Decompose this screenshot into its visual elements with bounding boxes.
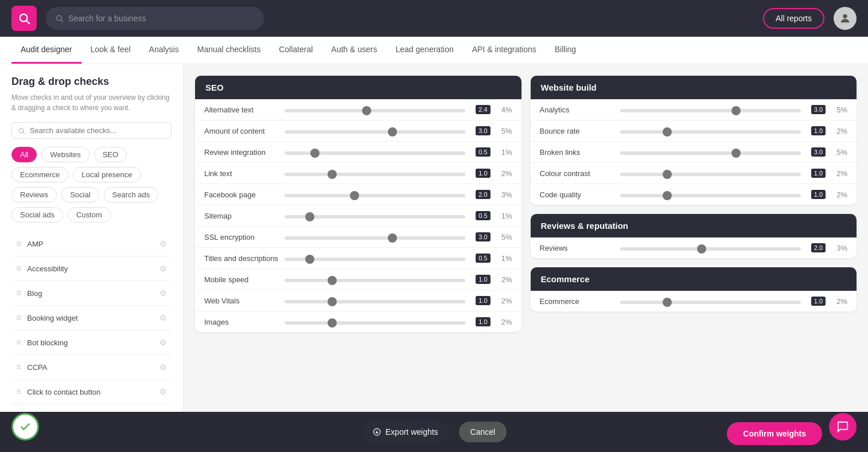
slider-input[interactable]: [620, 247, 801, 251]
metric-badge: 1.0: [476, 275, 490, 284]
slider-input[interactable]: [285, 236, 465, 240]
nav-item-auth-users[interactable]: Auth & users: [322, 37, 386, 64]
filter-social-ads[interactable]: Social ads: [11, 207, 63, 223]
list-item: ≡ Blog ⚙: [11, 281, 172, 306]
search-checks-container[interactable]: [11, 122, 172, 139]
slider-container[interactable]: [285, 232, 465, 241]
avatar[interactable]: [834, 7, 857, 30]
nav-item-api-integrations[interactable]: API & integrations: [463, 37, 546, 64]
nav-item-look-feel[interactable]: Look & feel: [81, 37, 140, 64]
slider-container[interactable]: [620, 190, 801, 199]
nav-item-audit-designer[interactable]: Audit designer: [11, 37, 81, 64]
drag-drop-title: Drag & drop checks: [11, 76, 172, 88]
gear-icon[interactable]: ⚙: [159, 239, 167, 248]
drag-handle-icon[interactable]: ≡: [16, 337, 21, 348]
filter-ecommerce[interactable]: Ecommerce: [11, 167, 68, 182]
svg-line-1: [26, 21, 29, 24]
gear-icon[interactable]: ⚙: [159, 338, 167, 347]
slider-input[interactable]: [285, 173, 465, 176]
slider-input[interactable]: [620, 130, 801, 134]
gear-icon[interactable]: ⚙: [159, 387, 167, 396]
gear-icon[interactable]: ⚙: [159, 289, 167, 298]
slider-container[interactable]: [285, 126, 465, 135]
slider-container[interactable]: [285, 296, 465, 305]
drag-handle-icon[interactable]: ≡: [16, 362, 21, 372]
drag-handle-icon[interactable]: ≡: [16, 313, 21, 323]
slider-input[interactable]: [620, 151, 801, 155]
metric-row: Images1.02%: [195, 311, 521, 332]
nav-item-collateral[interactable]: Collateral: [270, 37, 322, 64]
search-input[interactable]: [68, 14, 255, 23]
slider-input[interactable]: [620, 194, 801, 197]
metric-row: Analytics3.05%: [531, 99, 857, 120]
slider-input[interactable]: [620, 301, 801, 304]
chat-button[interactable]: [829, 413, 857, 441]
filter-all[interactable]: All: [11, 147, 37, 162]
filter-social[interactable]: Social: [61, 187, 99, 202]
metric-row: Facebook page2.03%: [195, 184, 521, 205]
slider-container[interactable]: [285, 169, 465, 178]
slider-input[interactable]: [620, 173, 801, 176]
slider-input[interactable]: [285, 130, 465, 134]
slider-container[interactable]: [285, 254, 465, 263]
slider-input[interactable]: [285, 279, 465, 282]
slider-container[interactable]: [620, 105, 801, 114]
metric-percentage: 5%: [496, 233, 512, 241]
slider-input[interactable]: [285, 321, 465, 325]
slider-input[interactable]: [285, 300, 465, 303]
export-weights-button[interactable]: Export weights: [361, 422, 450, 442]
metric-row: Web Vitals1.02%: [195, 290, 521, 311]
metric-percentage: 2%: [496, 169, 512, 178]
nav-item-billing[interactable]: Billing: [546, 37, 585, 64]
slider-container[interactable]: [285, 211, 465, 220]
slider-container[interactable]: [285, 275, 465, 284]
slider-container[interactable]: [620, 243, 801, 252]
nav-item-manual-checklists[interactable]: Manual checklists: [188, 37, 270, 64]
metric-badge: 3.0: [476, 126, 490, 135]
metric-label: Link text: [204, 169, 279, 178]
filter-websites[interactable]: Websites: [41, 147, 89, 162]
gear-icon[interactable]: ⚙: [159, 363, 167, 372]
metric-row: Code quality1.02%: [531, 184, 857, 205]
slider-input[interactable]: [285, 215, 465, 219]
slider-container[interactable]: [620, 147, 801, 157]
nav-item-analysis[interactable]: Analysis: [140, 37, 188, 64]
metric-row: Titles and descriptions0.51%: [195, 248, 521, 269]
filter-custom[interactable]: Custom: [68, 207, 111, 223]
slider-container[interactable]: [285, 105, 465, 114]
website-build-section: Website build Analytics3.05%Bounce rate1…: [531, 76, 857, 205]
drag-handle-icon[interactable]: ≡: [16, 387, 21, 397]
metric-badge: 2.4: [476, 105, 490, 114]
metric-row: Mobile speed1.02%: [195, 269, 521, 290]
slider-input[interactable]: [285, 258, 465, 261]
metric-badge: 0.5: [476, 211, 490, 220]
slider-container[interactable]: [620, 297, 801, 306]
filter-local-presence[interactable]: Local presence: [73, 167, 141, 182]
cancel-button[interactable]: Cancel: [459, 422, 507, 442]
all-reports-button[interactable]: All reports: [763, 8, 824, 29]
checkmark-icon: [19, 420, 32, 433]
slider-input[interactable]: [285, 194, 465, 197]
filter-seo[interactable]: SEO: [94, 147, 127, 162]
metric-percentage: 3%: [831, 244, 847, 252]
slider-container[interactable]: [620, 169, 801, 178]
slider-container[interactable]: [285, 190, 465, 199]
slider-input[interactable]: [285, 151, 465, 155]
slider-container[interactable]: [285, 147, 465, 157]
slider-input[interactable]: [285, 109, 465, 112]
confirm-weights-button[interactable]: Confirm weights: [727, 422, 822, 445]
nav-item-lead-generation[interactable]: Lead generation: [387, 37, 463, 64]
slider-container[interactable]: [285, 317, 465, 326]
drag-handle-icon[interactable]: ≡: [16, 263, 21, 274]
metric-label: Analytics: [540, 106, 614, 114]
slider-container[interactable]: [620, 126, 801, 135]
filter-reviews[interactable]: Reviews: [11, 187, 57, 202]
gear-icon[interactable]: ⚙: [159, 313, 167, 322]
slider-input[interactable]: [620, 109, 801, 112]
search-bar[interactable]: [46, 7, 264, 30]
filter-search-ads[interactable]: Search ads: [104, 187, 159, 202]
drag-handle-icon[interactable]: ≡: [16, 239, 21, 249]
drag-handle-icon[interactable]: ≡: [16, 288, 21, 298]
search-checks-input[interactable]: [30, 126, 165, 135]
gear-icon[interactable]: ⚙: [159, 264, 167, 273]
